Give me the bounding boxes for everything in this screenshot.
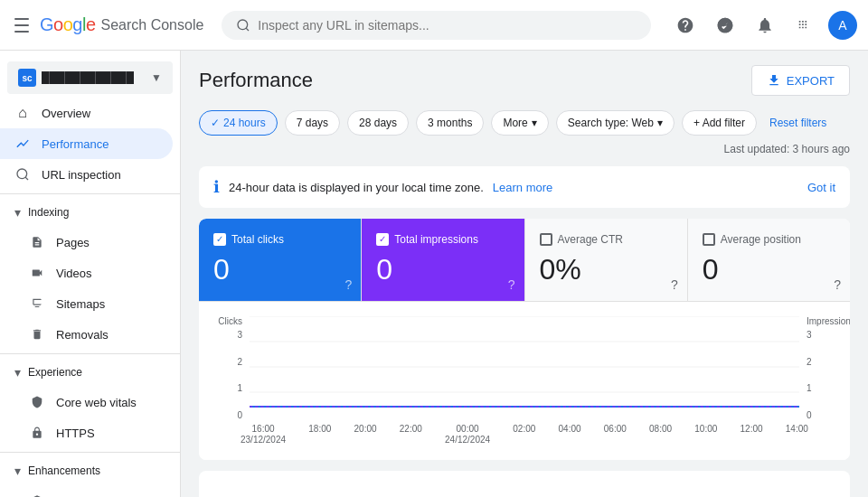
filter-3months[interactable]: 3 months xyxy=(416,110,484,136)
section-header-experience[interactable]: ▾ Experience xyxy=(0,358,180,387)
search-icon xyxy=(236,18,250,33)
filter-bar: ✓ 24 hours 7 days 28 days 3 months More … xyxy=(199,110,850,155)
sidebar-item-sitemaps[interactable]: Sitemaps xyxy=(0,288,173,319)
add-filter-label: + Add filter xyxy=(693,117,745,129)
info-icon: ℹ xyxy=(213,177,220,197)
sidebar-item-performance[interactable]: Performance xyxy=(0,128,173,159)
section-label-enhancements: Enhancements xyxy=(28,464,100,477)
dropdown-arrow-icon: ▾ xyxy=(532,117,537,129)
add-filter-button[interactable]: + Add filter xyxy=(682,110,757,136)
filter-label-24hours: 24 hours xyxy=(223,117,266,129)
filter-24hours[interactable]: ✓ 24 hours xyxy=(199,110,278,136)
reset-filters-button[interactable]: Reset filters xyxy=(764,111,832,135)
sitemaps-icon xyxy=(29,295,45,312)
apps-button[interactable] xyxy=(788,9,821,42)
y-left-2: 2 xyxy=(237,357,242,367)
y-right-3: 3 xyxy=(807,330,812,340)
filter-label-3months: 3 months xyxy=(428,117,472,129)
svg-point-2 xyxy=(17,169,27,179)
breadcrumbs-icon xyxy=(29,492,45,497)
x-label-3: 22:00 xyxy=(400,424,422,445)
sidebar-item-breadcrumbs[interactable]: Breadcrumbs xyxy=(0,485,173,497)
section-header-indexing[interactable]: ▾ Indexing xyxy=(0,198,180,227)
main-content: Performance EXPORT ✓ 24 hours 7 days 28 … xyxy=(181,51,868,497)
position-help-icon[interactable]: ? xyxy=(834,277,841,292)
https-icon xyxy=(29,425,45,441)
sidebar-label-videos: Videos xyxy=(56,267,92,280)
chevron-down-icon-2: ▾ xyxy=(14,365,21,380)
divider-2 xyxy=(0,353,180,354)
metric-card-clicks[interactable]: Total clicks 0 ? xyxy=(199,219,362,301)
filter-label-7days: 7 days xyxy=(297,117,328,129)
clicks-help-icon[interactable]: ? xyxy=(344,277,352,292)
last-updated-text: Last updated: 3 hours ago xyxy=(724,143,850,155)
sidebar-label-removals: Removals xyxy=(56,328,108,342)
position-checkbox xyxy=(703,233,715,246)
search-bar[interactable] xyxy=(222,11,651,40)
sidebar-label-pages: Pages xyxy=(56,236,90,249)
metric-card-impressions[interactable]: Total impressions 0 ? xyxy=(362,219,524,301)
x-label-5: 02:00 xyxy=(513,424,535,445)
section-header-enhancements[interactable]: ▾ Enhancements xyxy=(0,456,180,485)
y-left-0: 0 xyxy=(237,410,242,420)
menu-button[interactable] xyxy=(11,14,33,36)
avatar[interactable]: A xyxy=(828,11,857,40)
account-button[interactable] xyxy=(709,9,741,42)
sidebar-item-core-web-vitals[interactable]: Core web vitals xyxy=(0,387,173,417)
export-button[interactable]: EXPORT xyxy=(751,65,850,96)
ctr-value: 0% xyxy=(540,253,673,286)
sidebar-item-https[interactable]: HTTPS xyxy=(0,417,173,448)
help-button[interactable] xyxy=(669,9,702,42)
y-left-1: 1 xyxy=(237,383,242,393)
x-label-0: 16:0023/12/2024 xyxy=(241,424,286,445)
google-logo: Google Search Console xyxy=(40,14,203,35)
filter-search-type[interactable]: Search type: Web ▾ xyxy=(556,110,675,136)
main-layout: sc ████████████ ▼ ⌂ Overview Performance… xyxy=(0,51,868,497)
x-label-11: 14:00 xyxy=(786,424,808,445)
property-icon: sc xyxy=(18,69,36,87)
core-web-vitals-icon xyxy=(29,394,45,410)
check-icon-24h: ✓ xyxy=(211,117,220,129)
y-axis-right: Impressions 3 2 1 0 xyxy=(799,316,835,420)
export-icon xyxy=(767,73,781,88)
impressions-help-icon[interactable]: ? xyxy=(508,277,515,292)
learn-more-link[interactable]: Learn more xyxy=(493,181,552,194)
sidebar-item-overview[interactable]: ⌂ Overview xyxy=(0,98,173,128)
filter-label-more: More xyxy=(503,117,527,129)
x-label-9: 10:00 xyxy=(694,424,717,445)
svg-line-3 xyxy=(25,177,28,180)
sidebar-label-breadcrumbs: Breadcrumbs xyxy=(56,494,126,498)
sidebar-item-pages[interactable]: Pages xyxy=(0,227,173,258)
sidebar-item-removals[interactable]: Removals xyxy=(0,319,173,350)
notifications-button[interactable] xyxy=(749,9,781,42)
impressions-checkbox xyxy=(376,233,389,246)
section-label-indexing: Indexing xyxy=(28,206,69,219)
sidebar-label-overview: Overview xyxy=(42,107,90,120)
metric-card-position[interactable]: Average position 0 ? xyxy=(688,219,850,301)
top-navigation: Google Search Console A xyxy=(0,0,868,51)
filter-28days[interactable]: 28 days xyxy=(347,110,409,136)
url-inspection-icon xyxy=(14,166,31,183)
filter-7days[interactable]: 7 days xyxy=(285,110,340,136)
ctr-help-icon[interactable]: ? xyxy=(671,277,678,292)
filter-label-search-type: Search type: Web xyxy=(568,117,654,129)
ctr-checkbox xyxy=(540,233,552,246)
property-selector[interactable]: sc ████████████ ▼ xyxy=(7,61,173,94)
filter-more[interactable]: More ▾ xyxy=(491,110,548,136)
chart-svg xyxy=(250,316,799,416)
search-input[interactable] xyxy=(258,18,637,33)
removals-icon xyxy=(29,326,45,342)
sidebar-item-videos[interactable]: Videos xyxy=(0,258,173,288)
x-axis-labels: 16:0023/12/2024 18:00 20:00 22:00 00:002… xyxy=(241,424,808,445)
y-label-left: Clicks xyxy=(218,316,242,326)
divider xyxy=(0,193,180,194)
got-it-button[interactable]: Got it xyxy=(807,181,835,194)
export-label: EXPORT xyxy=(787,74,835,88)
sidebar-item-url-inspection[interactable]: URL inspection xyxy=(0,159,173,190)
metric-card-ctr[interactable]: Average CTR 0% ? xyxy=(525,219,688,301)
ctr-label: Average CTR xyxy=(558,233,623,246)
sidebar-label-core-web-vitals: Core web vitals xyxy=(56,396,137,409)
y-label-right: Impressions xyxy=(807,316,850,326)
position-value: 0 xyxy=(703,253,835,286)
y-axis-left: Clicks 3 2 1 0 xyxy=(213,316,250,420)
